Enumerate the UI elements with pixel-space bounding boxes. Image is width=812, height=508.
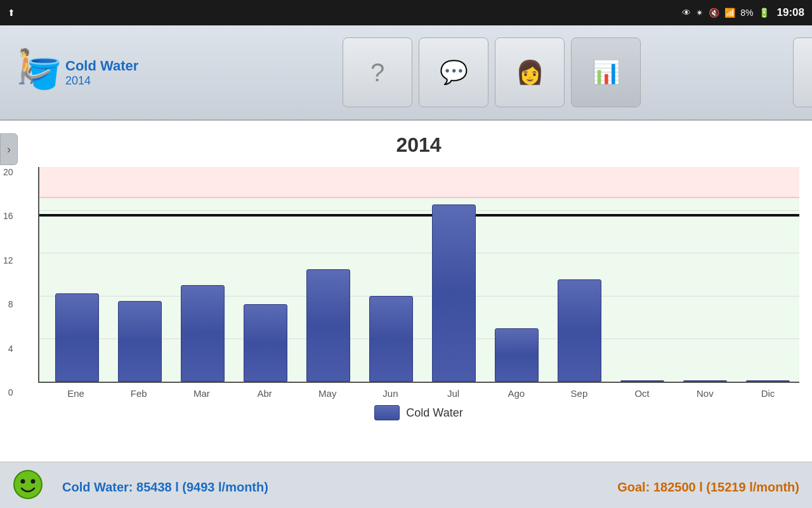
bar-dic-fill <box>746 380 790 382</box>
x-label-sep: Sep <box>547 388 610 399</box>
bar-jun-fill <box>369 296 413 382</box>
mute-icon: 🔇 <box>709 8 719 18</box>
app-subtitle: 2014 <box>65 74 138 88</box>
legend-label: Cold Water <box>406 406 462 420</box>
svg-point-0 <box>14 471 42 498</box>
bar-nov-fill <box>683 380 727 382</box>
bar-ago-fill <box>495 328 539 382</box>
bar-jul-fill <box>432 204 476 382</box>
y-label-4: 4 <box>8 344 13 354</box>
bar-abr-fill <box>244 304 287 382</box>
chart-icon: 📊 <box>592 59 620 86</box>
bluetooth-icon: ✴ <box>696 8 704 18</box>
bar-oct-fill <box>620 380 664 382</box>
chart-button[interactable]: 📊 <box>571 37 641 107</box>
bar-ago <box>485 167 548 382</box>
x-label-may: May <box>296 388 359 399</box>
eye-icon: 👁 <box>682 8 691 18</box>
svg-point-1 <box>21 479 25 483</box>
battery-percent: 8% <box>740 8 753 18</box>
bar-may-fill <box>306 269 350 382</box>
bar-dic <box>737 167 799 382</box>
x-label-ago: Ago <box>485 388 547 399</box>
bar-abr <box>234 167 297 382</box>
x-label-jul: Jul <box>422 388 485 399</box>
bar-mar <box>171 167 234 382</box>
bar-oct <box>611 167 674 382</box>
x-label-nov: Nov <box>674 388 737 399</box>
app-icon-area: 🚶 🪣 Cold Water 2014 <box>6 44 146 101</box>
bar-feb-fill <box>118 301 162 382</box>
bar-sep-fill <box>558 279 601 382</box>
bar-jun <box>360 167 422 382</box>
home-button[interactable]: 🏠 <box>793 37 812 107</box>
top-nav: 🚶 🪣 Cold Water 2014 ? 💬 👩 📊 🏠 <box>0 25 812 121</box>
sidebar-toggle[interactable]: › <box>0 133 18 165</box>
notes-icon: 💬 <box>440 59 468 86</box>
x-label-abr: Abr <box>233 388 296 399</box>
chevron-right-icon: › <box>7 143 11 156</box>
notes-button[interactable]: 💬 <box>419 37 488 107</box>
status-bar: ⬆ 👁 ✴ 🔇 📶 8% 🔋 19:08 <box>0 0 812 25</box>
chart-container: 2014 20 16 12 8 4 0 <box>0 121 812 462</box>
chart-area <box>38 167 799 383</box>
bar-may <box>297 167 360 382</box>
info-bar: Cold Water: 85438 l (9493 l/month) Goal:… <box>0 462 812 508</box>
y-label-12: 12 <box>3 255 13 265</box>
y-axis-labels: 20 16 12 8 4 0 <box>3 167 13 399</box>
bars-container <box>39 167 799 382</box>
bar-sep <box>548 167 611 382</box>
y-label-0: 0 <box>8 387 13 398</box>
svg-point-2 <box>31 479 36 483</box>
water-bucket-icon: 🪣 <box>25 57 62 91</box>
help-icon: ? <box>370 58 384 87</box>
legend: Cold Water <box>38 405 799 424</box>
legend-box <box>374 405 400 420</box>
app-title: Cold Water <box>65 58 138 74</box>
x-label-jun: Jun <box>359 388 422 399</box>
y-label-16: 16 <box>3 211 13 221</box>
y-label-8: 8 <box>8 299 13 309</box>
bar-mar-fill <box>181 285 225 382</box>
goal-stat: Goal: 182500 l (15219 l/month) <box>617 480 799 495</box>
x-axis: Ene Feb Mar Abr May Jun Jul Ago Sep Oct … <box>38 388 799 399</box>
main-area: 2014 20 16 12 8 4 0 <box>0 121 812 462</box>
clock: 19:08 <box>777 6 804 19</box>
cold-water-stat: Cold Water: 85438 l (9493 l/month) <box>62 480 617 495</box>
y-label-20: 20 <box>3 167 13 177</box>
profile-icon: 👩 <box>516 59 544 86</box>
profile-button[interactable]: 👩 <box>495 37 565 107</box>
chart-title: 2014 <box>38 133 799 157</box>
help-button[interactable]: ? <box>343 37 412 107</box>
nav-buttons: ? 💬 👩 📊 🏠 <box>343 37 812 107</box>
status-bar-right: 👁 ✴ 🔇 📶 8% 🔋 19:08 <box>682 6 804 19</box>
status-bar-left: ⬆ <box>8 8 15 18</box>
x-label-ene: Ene <box>44 388 107 399</box>
x-label-oct: Oct <box>611 388 674 399</box>
upload-icon: ⬆ <box>8 8 15 18</box>
wifi-icon: 📶 <box>724 8 735 18</box>
bar-ene-fill <box>55 293 99 382</box>
bar-nov <box>674 167 737 382</box>
bar-ene <box>46 167 108 382</box>
bar-jul <box>422 167 485 382</box>
bar-feb <box>108 167 171 382</box>
x-label-mar: Mar <box>170 388 233 399</box>
smiley-icon <box>13 469 43 505</box>
x-label-feb: Feb <box>107 388 170 399</box>
x-label-dic: Dic <box>737 388 799 399</box>
battery-icon: 🔋 <box>759 8 769 18</box>
